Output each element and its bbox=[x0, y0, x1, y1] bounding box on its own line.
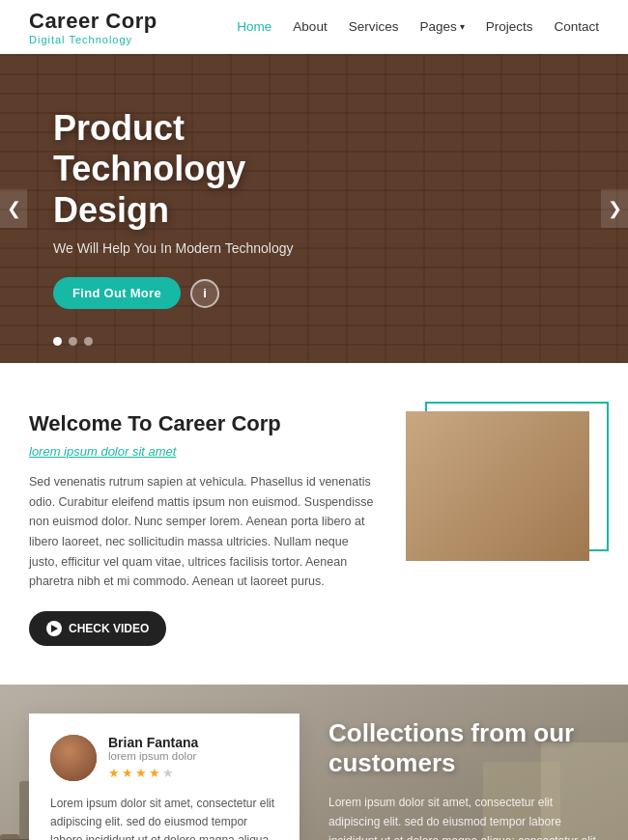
welcome-text-area: Welcome To Career Corp lorem ipsum dolor… bbox=[29, 411, 377, 646]
svg-rect-0 bbox=[406, 411, 589, 561]
hero-prev-button[interactable]: ❮ bbox=[0, 189, 27, 228]
svg-rect-2 bbox=[423, 495, 504, 550]
collections-area: Collections from our customers Lorem ips… bbox=[300, 685, 628, 840]
svg-point-14 bbox=[50, 735, 97, 781]
nav-about[interactable]: About bbox=[293, 19, 327, 34]
nav-projects[interactable]: Projects bbox=[486, 19, 533, 34]
svg-point-15 bbox=[65, 744, 82, 762]
welcome-image-area bbox=[406, 411, 599, 561]
welcome-image-svg bbox=[406, 411, 589, 561]
chevron-down-icon: ▾ bbox=[460, 21, 465, 32]
star-3: ★ bbox=[135, 766, 147, 780]
logo-tagline: Digital Technology bbox=[29, 34, 157, 45]
welcome-image bbox=[406, 411, 589, 561]
svg-rect-5 bbox=[502, 450, 541, 498]
play-triangle bbox=[51, 625, 58, 632]
testimonial-card: Brian Fantana lorem ipsum dolor ★ ★ ★ ★ … bbox=[29, 714, 300, 840]
star-5-half: ★ bbox=[162, 766, 174, 780]
nav-home[interactable]: Home bbox=[237, 19, 271, 34]
star-rating: ★ ★ ★ ★ ★ bbox=[108, 766, 278, 780]
testimonial-text: Lorem ipsum dolor sit amet, consectetur … bbox=[50, 795, 278, 840]
main-nav: Home About Services Pages ▾ Projects Con… bbox=[237, 19, 599, 34]
avatar-svg bbox=[50, 735, 97, 781]
testimonial-collections-section: Brian Fantana lorem ipsum dolor ★ ★ ★ ★ … bbox=[0, 685, 628, 840]
welcome-link[interactable]: lorem ipsum dolor sit amet bbox=[29, 444, 377, 459]
hero-dot-3[interactable] bbox=[84, 337, 93, 346]
logo-name: Career Corp bbox=[29, 9, 157, 34]
hero-subtitle: We Will Help You In Modern Technology bbox=[53, 240, 367, 256]
svg-rect-1 bbox=[415, 489, 580, 551]
author-info: Brian Fantana lorem ipsum dolor ★ ★ ★ ★ … bbox=[108, 735, 278, 780]
site-header: Career Corp Digital Technology Home Abou… bbox=[0, 0, 628, 54]
nav-contact[interactable]: Contact bbox=[554, 19, 599, 34]
svg-rect-3 bbox=[492, 491, 572, 544]
hero-section: ❮ Product Technology Design We Will Help… bbox=[0, 54, 628, 363]
check-video-button[interactable]: CHECK VIDEO bbox=[29, 611, 166, 646]
collections-text: Lorem ipsum dolor sit amet, consectetur … bbox=[328, 794, 601, 840]
star-1: ★ bbox=[108, 766, 120, 780]
welcome-title: Welcome To Career Corp bbox=[29, 411, 377, 436]
testimonial-author: Brian Fantana lorem ipsum dolor ★ ★ ★ ★ … bbox=[50, 735, 278, 781]
star-2: ★ bbox=[122, 766, 133, 780]
hero-buttons: Find Out More i bbox=[53, 277, 367, 309]
hero-content: Product Technology Design We Will Help Y… bbox=[0, 108, 367, 309]
collections-title: Collections from our customers bbox=[328, 718, 601, 778]
info-button[interactable]: i bbox=[190, 279, 219, 308]
author-avatar bbox=[50, 735, 97, 781]
welcome-body: Sed venenatis rutrum sapien at vehicula.… bbox=[29, 472, 377, 592]
hero-dot-2[interactable] bbox=[69, 337, 77, 346]
logo: Career Corp Digital Technology bbox=[29, 9, 157, 45]
hero-next-button[interactable]: ❯ bbox=[601, 189, 628, 228]
play-icon bbox=[46, 621, 62, 636]
hero-dots bbox=[53, 337, 93, 346]
star-4: ★ bbox=[149, 766, 160, 780]
nav-pages[interactable]: Pages ▾ bbox=[419, 19, 464, 34]
author-name: Brian Fantana bbox=[108, 735, 278, 750]
nav-services[interactable]: Services bbox=[349, 19, 399, 34]
svg-rect-13 bbox=[0, 834, 19, 840]
welcome-section: Welcome To Career Corp lorem ipsum dolor… bbox=[0, 363, 628, 685]
find-out-more-button[interactable]: Find Out More bbox=[53, 277, 181, 309]
svg-point-16 bbox=[60, 766, 87, 781]
hero-dot-1[interactable] bbox=[53, 337, 62, 346]
author-role: lorem ipsum dolor bbox=[108, 750, 278, 762]
hero-title: Product Technology Design bbox=[53, 108, 367, 231]
